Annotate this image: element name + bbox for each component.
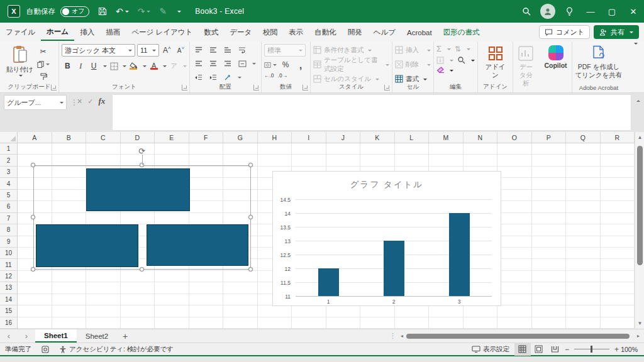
drawn-rectangle-3[interactable] — [147, 224, 248, 266]
autosum-button[interactable]: Σ — [436, 44, 441, 53]
macro-record-icon[interactable] — [36, 346, 54, 353]
align-middle-icon[interactable] — [207, 44, 219, 55]
align-bottom-icon[interactable] — [221, 44, 234, 55]
collapse-formula-bar-icon[interactable] — [636, 98, 640, 102]
wrap-text-icon[interactable] — [236, 44, 248, 55]
underline-button[interactable]: U — [88, 60, 100, 72]
font-name-select[interactable]: 游ゴシック 本文 — [62, 44, 135, 57]
comments-button[interactable]: コメント — [539, 25, 590, 39]
styles-dialog-launcher[interactable] — [384, 85, 390, 90]
zoom-level[interactable]: 100% — [620, 346, 644, 353]
font-color-button[interactable]: A — [148, 60, 160, 72]
italic-button[interactable]: I — [75, 60, 87, 72]
close-button[interactable]: ✕ — [623, 0, 644, 23]
ribbon-tab-page-layout[interactable]: ページ レイアウト — [126, 24, 198, 40]
next-sheet-arrow[interactable]: › — [18, 329, 35, 343]
ribbon-tab-developer[interactable]: 開発 — [342, 24, 368, 40]
scroll-up-arrow[interactable]: ▲ — [635, 134, 644, 140]
copilot-button[interactable]: Copilot — [540, 44, 570, 89]
horizontal-scroll-thumb[interactable] — [406, 334, 630, 339]
fill-button[interactable] — [436, 57, 444, 64]
column-header-G[interactable]: G — [223, 132, 258, 143]
column-header-I[interactable]: I — [292, 132, 326, 143]
prev-sheet-arrow[interactable]: ‹ — [0, 329, 18, 343]
cancel-entry-icon[interactable]: ✕ — [77, 97, 82, 106]
row-header-7[interactable]: 7 — [0, 213, 17, 224]
collapse-ribbon-icon[interactable] — [634, 43, 638, 47]
column-header-P[interactable]: P — [532, 132, 567, 143]
column-header-K[interactable]: K — [360, 132, 395, 143]
align-top-icon[interactable] — [192, 44, 205, 55]
vertical-scrollbar[interactable]: ▲ ▼ — [635, 132, 644, 329]
column-header-C[interactable]: C — [86, 132, 121, 143]
ribbon-tab-data[interactable]: データ — [224, 24, 257, 40]
font-dialog-launcher[interactable] — [182, 85, 187, 90]
fill-color-button[interactable] — [128, 60, 140, 72]
scroll-right-arrow[interactable]: ▸ — [635, 333, 641, 339]
ribbon-tab-acrobat[interactable]: Acrobat — [401, 25, 438, 40]
ribbon-tab-file[interactable]: ファイル — [0, 24, 41, 40]
conditional-formatting-button[interactable]: 条件付き書式 — [313, 44, 389, 56]
column-header-D[interactable]: D — [121, 132, 155, 143]
embedded-bar-chart[interactable]: グラフ タイトル1111.51212.51313.51414.5123 — [272, 171, 501, 306]
row-header-1[interactable]: 1 — [0, 143, 17, 155]
row-header-16[interactable]: 16 — [0, 317, 17, 329]
zoom-slider-thumb[interactable] — [591, 346, 593, 353]
draw-pen-icon[interactable]: ✎ — [159, 6, 167, 16]
shrink-font-button[interactable]: A˅ — [175, 45, 187, 56]
currency-format-icon[interactable] — [264, 59, 277, 70]
number-dialog-launcher[interactable] — [303, 85, 308, 90]
clear-eraser-button[interactable] — [436, 67, 445, 74]
column-header-E[interactable]: E — [155, 132, 189, 143]
selection-handle-0[interactable] — [31, 163, 35, 167]
insert-cells-button[interactable]: 挿入 — [395, 44, 431, 56]
row-header-8[interactable]: 8 — [0, 224, 17, 236]
page-layout-view-button[interactable] — [531, 343, 547, 356]
insert-function-icon[interactable]: fx — [98, 96, 105, 106]
page-break-view-button[interactable] — [547, 343, 564, 356]
bold-button[interactable]: B — [62, 60, 74, 72]
selection-handle-4[interactable] — [248, 215, 253, 219]
column-header-Q[interactable]: Q — [566, 132, 601, 143]
search-icon[interactable] — [516, 0, 537, 23]
clipboard-dialog-launcher[interactable] — [51, 85, 57, 90]
selection-handle-5[interactable] — [31, 267, 35, 272]
save-icon[interactable] — [98, 7, 107, 16]
merge-center-icon[interactable] — [236, 58, 248, 69]
row-header-15[interactable]: 15 — [0, 305, 17, 317]
align-center-icon[interactable] — [207, 58, 219, 69]
find-select-button[interactable] — [457, 56, 465, 64]
column-header-N[interactable]: N — [464, 132, 498, 143]
account-avatar[interactable] — [537, 0, 558, 23]
ribbon-tab-shape-format[interactable]: 図形の書式 — [438, 24, 486, 40]
sheet-tab-sheet1[interactable]: Sheet1 — [35, 329, 77, 343]
copy-icon[interactable] — [37, 58, 50, 70]
increase-indent-icon[interactable] — [207, 72, 219, 83]
selection-handle-2[interactable] — [248, 163, 253, 167]
phonetic-guide-button[interactable]: ア — [168, 60, 180, 72]
column-header-F[interactable]: F — [189, 132, 224, 143]
align-left-icon[interactable] — [192, 58, 205, 69]
create-pdf-button[interactable]: PDF を作成してリンクを共有 — [575, 44, 623, 80]
decrease-decimal-icon[interactable]: .0→ — [278, 72, 288, 79]
selection-handle-7[interactable] — [248, 267, 253, 272]
column-header-O[interactable]: O — [497, 132, 532, 143]
row-header-4[interactable]: 4 — [0, 178, 17, 189]
row-header-2[interactable]: 2 — [0, 155, 17, 166]
selection-handle-3[interactable] — [31, 215, 35, 219]
increase-decimal-icon[interactable]: ←.0 — [264, 72, 274, 79]
row-header-9[interactable]: 9 — [0, 236, 17, 248]
number-format-select[interactable]: 標準 — [264, 44, 306, 57]
data-analysis-button[interactable]: データ分析 — [514, 44, 538, 89]
column-header-H[interactable]: H — [258, 132, 292, 143]
ribbon-tab-view[interactable]: 表示 — [283, 24, 309, 40]
select-all-corner[interactable] — [0, 132, 18, 143]
row-header-5[interactable]: 5 — [0, 190, 17, 201]
rotate-handle-icon[interactable]: ⟳ — [138, 146, 145, 156]
align-right-icon[interactable] — [221, 58, 234, 69]
column-header-J[interactable]: J — [326, 132, 361, 143]
display-settings-button[interactable]: 表示設定 — [467, 345, 514, 354]
horizontal-scrollbar[interactable]: ◂ ▸ — [399, 329, 644, 343]
delete-cells-button[interactable]: 削除 — [395, 58, 431, 70]
ribbon-tab-insert[interactable]: 挿入 — [74, 24, 100, 40]
